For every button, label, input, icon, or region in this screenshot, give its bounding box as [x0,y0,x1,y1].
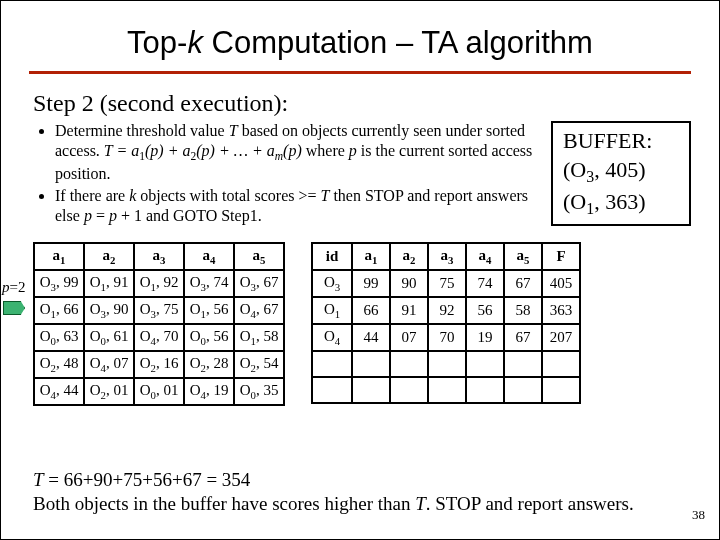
table-row [312,377,580,403]
table-cell: O1, 56 [184,297,234,324]
table-cell [390,377,428,403]
txt: p [109,207,117,224]
table-cell: O3 [312,270,352,297]
table-cell: O1, 91 [84,270,134,297]
txt: =2 [10,279,26,295]
table-cell: O0, 56 [184,324,234,351]
buffer-line-2: (O1, 363) [563,188,679,220]
table-row: O16691925658363 [312,297,580,324]
table-cell: O2, 01 [84,378,134,405]
bottom-text: T = 66+90+75+56+67 = 354 Both objects in… [33,468,687,517]
table-cell: O3, 90 [84,297,134,324]
table-cell: O4, 19 [184,378,234,405]
content-area: Step 2 (second execution): Determine thr… [1,90,719,406]
left-col-header: a5 [234,243,284,270]
buffer-line-1: (O3, 405) [563,156,679,188]
table-cell: 74 [466,270,504,297]
table-cell [428,351,466,377]
right-col-header: a2 [390,243,428,270]
table-cell [466,351,504,377]
table-cell [312,351,352,377]
table-cell [352,351,390,377]
arrow-icon [3,301,25,315]
table-cell: 44 [352,324,390,351]
step-row: Determine threshold value T based on obj… [33,121,687,228]
title-k: k [187,25,203,60]
table-cell: 66 [352,297,390,324]
title-rule [29,71,691,74]
table-cell: O4, 44 [34,378,84,405]
table-cell: O3, 67 [234,270,284,297]
txt: 1 [586,200,594,217]
table-cell: O0, 01 [134,378,184,405]
table-row: O0, 63O0, 61O4, 70O0, 56O1, 58 [34,324,284,351]
table-cell: 91 [390,297,428,324]
table-cell: O2, 16 [134,351,184,378]
txt: (O [563,189,586,214]
table-cell [504,377,542,403]
right-col-header: a4 [466,243,504,270]
table-cell: O3, 75 [134,297,184,324]
table-cell: O3, 99 [34,270,84,297]
txt: . STOP and report answers. [426,493,634,514]
right-table: ida1a2a3a4a5FO39990757467405O16691925658… [311,242,581,404]
left-col-header: a4 [184,243,234,270]
bottom-line-1: T = 66+90+75+56+67 = 354 [33,468,687,493]
table-cell: O1, 66 [34,297,84,324]
table-cell: 70 [428,324,466,351]
left-col-header: a1 [34,243,84,270]
buffer-title: BUFFER: [563,127,679,156]
txt: T [33,469,44,490]
txt: Both objects in the buffer have scores h… [33,493,415,514]
txt: p [84,207,92,224]
table-cell [428,377,466,403]
bottom-line-2: Both objects in the buffer have scores h… [33,492,687,517]
table-cell: 07 [390,324,428,351]
table-cell: O2, 28 [184,351,234,378]
left-table: a1a2a3a4a5O3, 99O1, 91O1, 92O3, 74O3, 67… [33,242,285,406]
left-col-header: a2 [84,243,134,270]
table-row: O4, 44O2, 01O0, 01O4, 19O0, 35 [34,378,284,405]
table-row [312,351,580,377]
title-post: Computation – TA algorithm [203,25,593,60]
txt: T = a [104,142,139,159]
txt: T [229,122,238,139]
txt: + 1 and GOTO Step1. [117,207,262,224]
table-cell: O2, 48 [34,351,84,378]
table-cell: 19 [466,324,504,351]
bullet-2: If there are k objects with total scores… [55,186,539,226]
right-col-header: id [312,243,352,270]
table-cell [504,351,542,377]
table-cell [312,377,352,403]
txt: = [92,207,109,224]
txt: (p) + … + a [196,142,274,159]
table-cell: 405 [542,270,580,297]
table-cell: O1, 58 [234,324,284,351]
txt: where [302,142,349,159]
table-cell: 90 [390,270,428,297]
table-cell: 99 [352,270,390,297]
txt: Determine threshold value [55,122,229,139]
table-cell: 207 [542,324,580,351]
table-row: O1, 66O3, 90O3, 75O1, 56O4, 67 [34,297,284,324]
tables-row: a1a2a3a4a5O3, 99O1, 91O1, 92O3, 74O3, 67… [33,242,687,406]
table-cell [352,377,390,403]
table-cell: 75 [428,270,466,297]
table-cell: O0, 63 [34,324,84,351]
step-heading: Step 2 (second execution): [33,90,687,117]
txt: p [349,142,357,159]
txt: , 363) [594,189,645,214]
p-label: p=2 [2,279,25,296]
txt: objects with total scores >= [136,187,320,204]
txt: , 405) [594,157,645,182]
slide-title: Top-k Computation – TA algorithm [1,1,719,71]
table-row: O3, 99O1, 91O1, 92O3, 74O3, 67 [34,270,284,297]
table-cell: 56 [466,297,504,324]
table-cell: O4, 70 [134,324,184,351]
table-row: O44407701967207 [312,324,580,351]
table-cell: O0, 61 [84,324,134,351]
table-cell: O0, 35 [234,378,284,405]
table-cell [542,377,580,403]
bullet-list: Determine threshold value T based on obj… [33,121,539,228]
table-cell: 67 [504,270,542,297]
